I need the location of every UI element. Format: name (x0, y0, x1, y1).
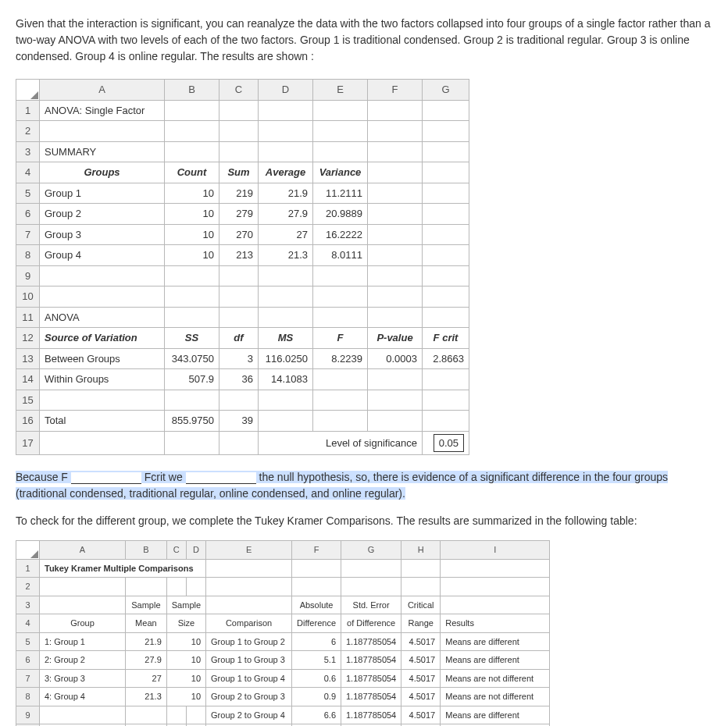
hdr-group: Group (40, 614, 126, 633)
fill-in-statement: Because F Fcrit we the null hypothesis, … (16, 469, 712, 502)
col-C: C (219, 80, 259, 101)
anova-title: ANOVA: Single Factor (40, 100, 165, 121)
sig-label: Level of significance (259, 431, 423, 455)
between-groups: Between Groups (40, 348, 165, 369)
hdr-fcrit: F crit (423, 328, 469, 349)
intro-text: Given that the interaction is significan… (16, 16, 712, 65)
col-D: D (259, 80, 313, 101)
within-groups: Within Groups (40, 369, 165, 390)
hdr-count: Count (165, 162, 219, 183)
hdr-average: Average (259, 162, 313, 183)
hdr-ms: MS (259, 328, 313, 349)
col-G: G (423, 80, 469, 101)
anova-table: A B C D E F G 1ANOVA: Single Factor 2 3S… (16, 79, 469, 455)
total-row: Total (40, 411, 165, 432)
tukey-title: Tukey Kramer Multiple Comparisons (40, 559, 206, 578)
sig-value: 0.05 (423, 431, 469, 455)
group4-name: Group 4 (40, 245, 165, 266)
corner-cell-2 (16, 541, 40, 560)
group2-name: Group 2 (40, 204, 165, 225)
tukey-intro: To check for the different group, we com… (16, 513, 712, 529)
blank-compare[interactable] (71, 472, 141, 484)
hdr-groups: Groups (40, 162, 165, 183)
col-E: E (313, 80, 368, 101)
hdr-df: df (219, 328, 259, 349)
summary-label: SUMMARY (40, 141, 165, 162)
col-B: B (165, 80, 219, 101)
group3-name: Group 3 (40, 224, 165, 245)
hdr-sum: Sum (219, 162, 259, 183)
group1-name: Group 1 (40, 183, 165, 204)
col-A: A (40, 80, 165, 101)
hdr-f: F (313, 328, 368, 349)
hdr-variance: Variance (313, 162, 368, 183)
tukey-table: A B C D E F G H I 1Tukey Kramer Multiple… (16, 540, 550, 726)
hdr-ss: SS (165, 328, 219, 349)
hdr-source: Source of Variation (40, 328, 165, 349)
col-F: F (368, 80, 423, 101)
hdr-pvalue: P-value (368, 328, 423, 349)
blank-decision[interactable] (186, 472, 256, 484)
corner-cell (16, 80, 40, 101)
anova-section-label: ANOVA (40, 307, 165, 328)
